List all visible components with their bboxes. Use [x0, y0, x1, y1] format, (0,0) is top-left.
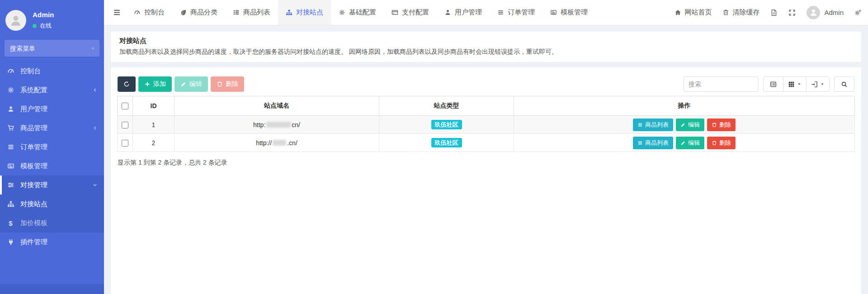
navbar-username: Admin [824, 9, 844, 16]
toolbar-right [684, 76, 854, 92]
table-search-input[interactable] [684, 76, 759, 92]
cell-site-type: 玖伍社区 [379, 134, 514, 152]
leaf-icon [180, 9, 187, 16]
search-button[interactable] [834, 76, 854, 92]
sidebar-item-template-management[interactable]: 模板管理 [0, 156, 104, 175]
sidebar-item-label: 商品管理 [20, 124, 47, 133]
select-all-checkbox[interactable] [122, 103, 128, 109]
sidebar-item-plugin-management[interactable]: 插件管理 [0, 232, 104, 251]
table-row: 1 http:cn/ 玖伍社区 商品列表 编辑 删除 [118, 116, 855, 134]
plus-icon [144, 81, 151, 87]
site-home-label: 网站首页 [684, 8, 712, 17]
table-container: ID 站点域名 站点类型 操作 1 http:cn/ 玖伍社区 [117, 96, 855, 167]
refresh-button[interactable] [118, 76, 136, 92]
export-icon [811, 81, 818, 88]
file-icon [770, 9, 778, 16]
tab-user-management[interactable]: 用户管理 [437, 0, 490, 25]
fullscreen-icon [788, 9, 796, 16]
fullscreen-button[interactable] [788, 9, 796, 16]
edit-button[interactable]: 编辑 [175, 76, 208, 92]
delete-button-label: 删除 [226, 80, 238, 88]
header-checkbox-cell [118, 96, 133, 116]
sidebar-item-order-management[interactable]: 订单管理 [0, 138, 104, 156]
sidebar-item-docking-sites[interactable]: 对接站点 [0, 194, 104, 213]
online-dot-icon [33, 24, 37, 28]
sidebar-toggle-button[interactable] [108, 5, 126, 20]
sidebar-item-docking-management[interactable]: 对接管理 [0, 175, 104, 194]
sidebar-item-goods-management[interactable]: 商品管理 [0, 119, 104, 138]
sidebar-item-console[interactable]: 控制台 [0, 62, 104, 81]
clear-cache-label: 清除缓存 [732, 8, 760, 17]
row-checkbox[interactable] [122, 140, 128, 147]
tab-console[interactable]: 控制台 [126, 0, 172, 25]
pencil-icon [680, 122, 686, 128]
column-header-type: 站点类型 [379, 96, 514, 116]
avatar[interactable] [5, 10, 26, 31]
row-delete-button[interactable]: 删除 [707, 137, 736, 149]
language-file-button[interactable] [770, 9, 778, 16]
sitemap-icon [286, 9, 292, 16]
table-view-buttons [763, 76, 830, 92]
clear-cache-button[interactable]: 清除缓存 [722, 8, 760, 17]
columns-dropdown-button[interactable] [783, 76, 807, 92]
sidebar-item-label: 加价模板 [20, 219, 47, 228]
goods-list-button[interactable]: 商品列表 [633, 119, 673, 131]
cell-actions: 商品列表 编辑 删除 [514, 116, 855, 134]
avatar [807, 6, 820, 19]
tab-docking-sites[interactable]: 对接站点 [278, 0, 331, 25]
trash-icon [712, 140, 717, 146]
navbar-user-menu[interactable]: Admin [807, 6, 844, 19]
top-navbar: 控制台 商品分类 商品列表 对接站点 基础配置 [104, 0, 868, 25]
home-icon [675, 9, 681, 16]
sliders-icon [7, 181, 14, 189]
tab-goods-list[interactable]: 商品列表 [225, 0, 278, 25]
search-icon[interactable] [92, 45, 94, 52]
sidebar-item-label: 对接站点 [20, 200, 47, 209]
export-dropdown-button[interactable] [806, 76, 830, 92]
user-icon [444, 9, 451, 16]
sidebar-search-input[interactable] [10, 45, 92, 52]
settings-button[interactable] [854, 9, 862, 16]
app-window: Admin 在线 控制台 系统配置 用户管理 [0, 0, 868, 294]
domain-prefix: http: [253, 121, 265, 128]
gears-icon [854, 9, 862, 16]
row-edit-button[interactable]: 编辑 [676, 137, 704, 149]
row-checkbox[interactable] [122, 122, 128, 128]
sidebar-item-system-config[interactable]: 系统配置 [0, 81, 104, 100]
sidebar-item-markup-template[interactable]: $ 加价模板 [0, 213, 104, 232]
tab-basic-config[interactable]: 基础配置 [331, 0, 384, 25]
gear-icon [7, 86, 14, 94]
column-header-domain: 站点域名 [175, 96, 379, 116]
sitemap-icon [7, 200, 14, 208]
content-area: 对接站点 加载商品列表以及选择同步商品的速度，取决于您的服务器访问对接站点的速度… [104, 25, 868, 294]
blurred-domain [273, 140, 286, 146]
row-delete-button[interactable]: 删除 [707, 119, 736, 131]
trash-icon [722, 9, 729, 16]
row-edit-button[interactable]: 编辑 [676, 119, 704, 131]
tab-template-management[interactable]: 模板管理 [542, 0, 595, 25]
table-header-row: ID 站点域名 站点类型 操作 [118, 96, 855, 116]
list-icon [497, 9, 504, 16]
domain-suffix: cn/ [292, 121, 300, 128]
site-home-link[interactable]: 网站首页 [675, 8, 712, 17]
delete-button[interactable]: 删除 [211, 76, 244, 92]
tab-payment-config[interactable]: 支付配置 [384, 0, 437, 25]
tab-label: 控制台 [144, 8, 165, 17]
column-header-ops: 操作 [514, 96, 855, 116]
user-name: Admin [33, 11, 54, 19]
sidebar-item-label: 模板管理 [20, 162, 47, 171]
cart-icon [7, 124, 14, 132]
add-button[interactable]: 添加 [138, 76, 172, 92]
toggle-view-button[interactable] [763, 76, 783, 92]
list-icon [637, 140, 643, 146]
cell-id: 1 [133, 116, 175, 134]
tab-order-management[interactable]: 订单管理 [490, 0, 542, 25]
pagination-summary: 显示第 1 到第 2 条记录，总共 2 条记录 [117, 159, 855, 167]
hamburger-icon [113, 9, 121, 16]
table-row: 2 http://.cn/ 玖伍社区 商品列表 编辑 删除 [118, 134, 855, 152]
sidebar-menu: 控制台 系统配置 用户管理 商品管理 订单管理 模板管 [0, 62, 104, 251]
sidebar-item-user-management[interactable]: 用户管理 [0, 100, 104, 119]
user-silhouette-icon [809, 8, 818, 17]
tab-goods-category[interactable]: 商品分类 [172, 0, 225, 25]
goods-list-button[interactable]: 商品列表 [633, 137, 673, 149]
